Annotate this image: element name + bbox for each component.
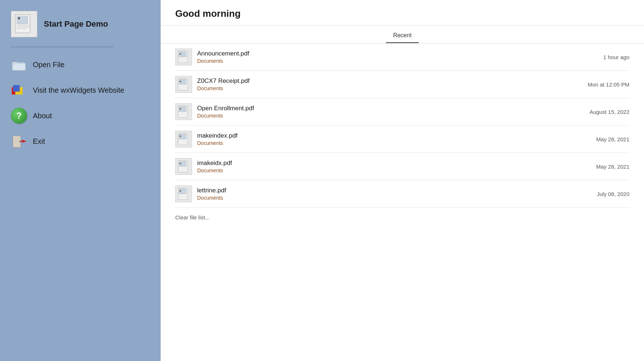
file-location-1: Documents [197,85,573,91]
table-row[interactable]: Announcement.pdf Documents 1 hour ago [175,43,629,71]
file-thumb-1 [175,76,192,93]
file-thumb-4 [175,158,192,175]
wxwidgets-icon [11,82,27,98]
table-row[interactable]: imakeidx.pdf Documents May 28, 2021 [175,153,629,180]
file-thumb-5 [175,185,192,202]
file-name-0: Announcement.pdf [197,50,589,57]
file-name-5: lettrine.pdf [197,187,582,194]
svg-rect-16 [20,141,23,142]
file-info-4: imakeidx.pdf Documents [197,160,582,173]
table-row[interactable]: Z0CX7 Receipt.pdf Documents Mon at 12:05… [175,71,629,98]
main-header: Good morning [161,0,644,26]
app-icon [11,11,37,37]
svg-point-28 [180,135,181,137]
file-date-2: August 15, 2022 [575,109,629,115]
file-info-2: Open Enrollment.pdf Documents [197,105,575,119]
file-name-2: Open Enrollment.pdf [197,105,575,112]
file-location-2: Documents [197,113,575,119]
table-row[interactable]: lettrine.pdf Documents July 08, 2020 [175,180,629,208]
about-icon: ? [11,108,27,124]
file-name-1: Z0CX7 Receipt.pdf [197,77,573,85]
svg-point-34 [180,190,181,192]
main-content: Good morning Recent Announcement.pdf Doc… [161,0,644,361]
app-title: Start Page Demo [44,19,108,29]
file-location-4: Documents [197,168,582,173]
tab-recent[interactable]: Recent [386,30,419,43]
app-icon-svg [13,13,35,35]
file-info-3: makeindex.pdf Documents [197,132,582,146]
sidebar: Start Page Demo Open File [0,0,161,361]
greeting-text: Good morning [175,8,241,19]
sidebar-divider [11,47,113,47]
svg-point-22 [180,81,181,82]
recent-files-list: Announcement.pdf Documents 1 hour ago Z0… [161,43,644,361]
exit-label: Exit [33,137,45,146]
folder-icon [11,57,27,73]
file-date-3: May 28, 2021 [582,136,629,142]
file-thumb-0 [175,49,192,65]
file-thumb-2 [175,103,192,120]
file-date-5: July 08, 2020 [582,191,629,197]
tabs-row: Recent [161,26,644,43]
sidebar-nav: Open File Visit the wxWidgets Website [11,55,153,151]
open-file-nav-item[interactable]: Open File [11,55,153,74]
file-date-0: 1 hour ago [589,54,629,60]
file-info-0: Announcement.pdf Documents [197,50,589,64]
file-name-4: imakeidx.pdf [197,160,582,167]
file-name-3: makeindex.pdf [197,132,582,139]
svg-rect-12 [13,85,20,92]
table-row[interactable]: Open Enrollment.pdf Documents August 15,… [175,98,629,126]
file-info-5: lettrine.pdf Documents [197,187,582,201]
exit-icon [11,133,27,149]
file-info-1: Z0CX7 Receipt.pdf Documents [197,77,573,91]
about-label: About [33,112,52,120]
table-row[interactable]: makeindex.pdf Documents May 28, 2021 [175,126,629,153]
visit-website-label: Visit the wxWidgets Website [33,86,124,95]
file-location-5: Documents [197,195,582,201]
file-date-4: May 28, 2021 [582,164,629,170]
open-file-label: Open File [33,61,65,69]
file-location-0: Documents [197,58,589,64]
visit-website-nav-item[interactable]: Visit the wxWidgets Website [11,81,153,100]
clear-file-list-button[interactable]: Clear file list... [175,208,629,224]
svg-rect-2 [17,16,28,24]
exit-nav-item[interactable]: Exit [11,132,153,151]
svg-point-31 [180,163,181,164]
svg-rect-8 [12,63,26,70]
file-date-1: Mon at 12:05 PM [573,81,629,88]
svg-point-19 [180,53,181,55]
file-location-3: Documents [197,140,582,146]
svg-point-3 [18,17,20,19]
app-header: Start Page Demo [11,11,153,37]
file-thumb-3 [175,131,192,147]
about-nav-item[interactable]: ? About [11,106,153,125]
svg-rect-9 [12,62,18,64]
svg-point-25 [180,108,181,110]
